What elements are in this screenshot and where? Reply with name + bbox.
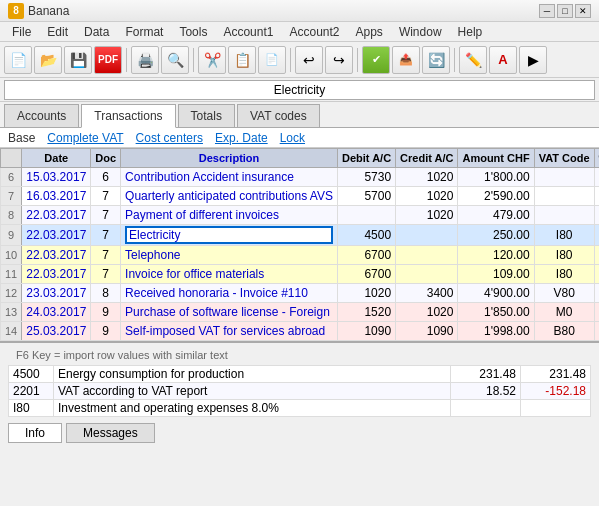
bottom-tab-info[interactable]: Info [8,423,62,443]
row-credit: 3400 [396,284,458,303]
tab-totals[interactable]: Totals [178,104,235,127]
close-button[interactable]: ✕ [575,4,591,18]
menu-data[interactable]: Data [76,23,117,41]
row-desc: Invoice for office materials [121,265,338,284]
row-debit: 6700 [337,265,395,284]
toolbar-search[interactable]: 🔍 [161,46,189,74]
footer-code: 2201 [9,383,54,400]
row-date: 15.03.2017 [22,168,91,187]
table-row[interactable]: 8 22.03.2017 7 Payment of different invo… [1,206,600,225]
row-vat-pct [594,168,599,187]
table-row[interactable]: 6 15.03.2017 6 Contribution Accident ins… [1,168,600,187]
row-debit: 6700 [337,246,395,265]
desc-cell-text: Quarterly anticipated contributions AVS [125,189,333,203]
desc-cell-text: Purchase of software license - Foreign [125,305,330,319]
row-desc [121,225,338,246]
toolbar-text[interactable]: A [489,46,517,74]
table-row[interactable]: 9 22.03.2017 7 4500 250.00 I80 8.00 [1,225,600,246]
toolbar-open[interactable]: 📂 [34,46,62,74]
footer-code: 4500 [9,366,54,383]
menu-file[interactable]: File [4,23,39,41]
desc-edit-input[interactable] [125,226,333,244]
subnav-lock[interactable]: Lock [280,131,305,145]
path-input[interactable] [4,80,595,100]
subnav-exp-date[interactable]: Exp. Date [215,131,268,145]
col-num [1,149,22,168]
toolbar-more[interactable]: ▶ [519,46,547,74]
row-debit: 5730 [337,168,395,187]
row-amount: 109.00 [458,265,534,284]
row-credit: 1020 [396,168,458,187]
tab-accounts[interactable]: Accounts [4,104,79,127]
desc-cell-text: Telephone [125,248,180,262]
toolbar-pen[interactable]: ✏️ [459,46,487,74]
row-date: 16.03.2017 [22,187,91,206]
table-row[interactable]: 7 16.03.2017 7 Quarterly anticipated con… [1,187,600,206]
row-amount: 1'998.00 [458,322,534,341]
f6-hint: F6 Key = import row values with similar … [8,347,591,363]
row-desc: Purchase of software license - Foreign [121,303,338,322]
col-date: Date [22,149,91,168]
footer-val2: 231.48 [521,366,591,383]
tab-vat-codes[interactable]: VAT codes [237,104,320,127]
row-doc: 6 [91,168,121,187]
footer-code: I80 [9,400,54,417]
row-vat-code: I80 [534,246,594,265]
table-row[interactable]: 10 22.03.2017 7 Telephone 6700 120.00 I8… [1,246,600,265]
bottom-tabs: Info Messages [8,423,591,443]
toolbar-copy[interactable]: 📋 [228,46,256,74]
maximize-button[interactable]: □ [557,4,573,18]
toolbar-new[interactable]: 📄 [4,46,32,74]
row-vat-code [534,168,594,187]
row-vat-pct [594,303,599,322]
toolbar-save[interactable]: 💾 [64,46,92,74]
toolbar-pdf[interactable]: PDF [94,46,122,74]
toolbar-export[interactable]: 📤 [392,46,420,74]
footer-desc: Energy consumption for production [54,366,451,383]
footer-row: 4500 Energy consumption for production 2… [9,366,591,383]
toolbar-redo[interactable]: ↪ [325,46,353,74]
row-vat-pct: -8.00 [594,322,599,341]
row-vat-code [534,187,594,206]
row-doc: 7 [91,206,121,225]
toolbar-undo[interactable]: ↩ [295,46,323,74]
toolbar-check[interactable]: ✔ [362,46,390,74]
minimize-button[interactable]: ─ [539,4,555,18]
table-row[interactable]: 13 24.03.2017 9 Purchase of software lic… [1,303,600,322]
row-vat-code: V80 [534,284,594,303]
menu-edit[interactable]: Edit [39,23,76,41]
desc-cell-text: Payment of different invoices [125,208,279,222]
row-vat-pct: 8.00 [594,246,599,265]
subnav-cost-centers[interactable]: Cost centers [136,131,203,145]
menu-account2[interactable]: Account2 [281,23,347,41]
window-controls[interactable]: ─ □ ✕ [539,4,591,18]
menu-account1[interactable]: Account1 [215,23,281,41]
table-row[interactable]: 12 23.03.2017 8 Received honoraria - Inv… [1,284,600,303]
row-number: 14 [1,322,22,341]
row-credit: 1020 [396,206,458,225]
menu-window[interactable]: Window [391,23,450,41]
tab-transactions[interactable]: Transactions [81,104,175,128]
table-row[interactable]: 14 25.03.2017 9 Self-imposed VAT for ser… [1,322,600,341]
toolbar-cut[interactable]: ✂️ [198,46,226,74]
toolbar-refresh[interactable]: 🔄 [422,46,450,74]
bottom-tab-messages[interactable]: Messages [66,423,155,443]
table-row[interactable]: 11 22.03.2017 7 Invoice for office mater… [1,265,600,284]
toolbar-paste[interactable]: 📄 [258,46,286,74]
subnav-base[interactable]: Base [8,131,35,145]
row-desc: Payment of different invoices [121,206,338,225]
row-vat-code: I80 [534,225,594,246]
menu-help[interactable]: Help [450,23,491,41]
row-debit: 4500 [337,225,395,246]
toolbar-print[interactable]: 🖨️ [131,46,159,74]
row-number: 13 [1,303,22,322]
menu-tools[interactable]: Tools [171,23,215,41]
row-vat-pct: 8.00 [594,225,599,246]
menu-apps[interactable]: Apps [348,23,391,41]
subnav-complete-vat[interactable]: Complete VAT [47,131,123,145]
row-doc: 8 [91,284,121,303]
row-vat-code [534,206,594,225]
row-amount: 1'800.00 [458,168,534,187]
row-debit: 1090 [337,322,395,341]
menu-format[interactable]: Format [117,23,171,41]
